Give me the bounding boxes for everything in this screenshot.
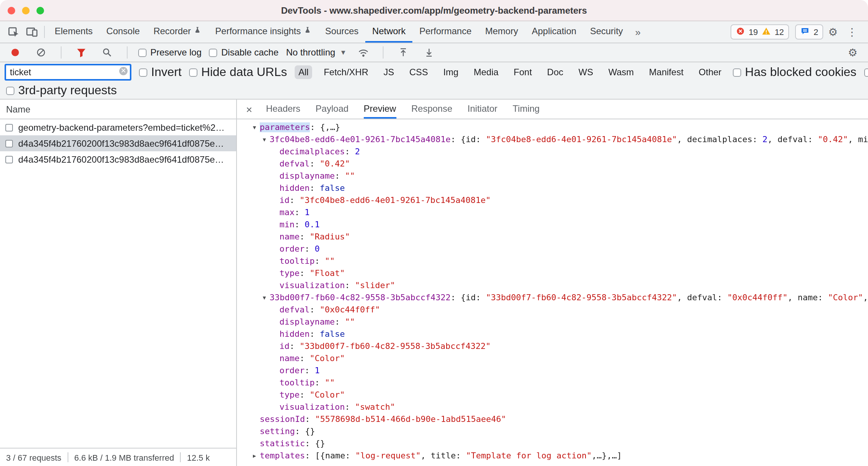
tree-row[interactable]: ▼33bd00f7-fb60-4c82-9558-3b5abccf4322: {… [237, 292, 868, 304]
tab-recorder[interactable]: Recorder [147, 21, 208, 43]
filter-chip-media[interactable]: Media [470, 65, 502, 79]
device-toolbar-icon[interactable] [23, 21, 41, 43]
console-errors-warnings-badge[interactable]: 19 12 [731, 24, 789, 40]
tab-memory[interactable]: Memory [478, 21, 525, 43]
search-icon[interactable] [98, 47, 116, 58]
checkbox[interactable] [189, 68, 197, 76]
network-settings-gear-icon[interactable]: ⚙ [843, 46, 862, 59]
tree-row[interactable]: hidden: false [237, 182, 868, 195]
checkbox[interactable] [864, 68, 868, 76]
detail-tab-preview[interactable]: Preview [364, 100, 396, 119]
clear-input-icon[interactable]: ✕ [119, 67, 128, 75]
throttling-select[interactable]: No throttling ▼ [286, 47, 347, 58]
detail-tab-initiator[interactable]: Initiator [467, 100, 497, 119]
tree-row[interactable]: defval: "0x0c44f0ff" [237, 304, 868, 316]
tab-application[interactable]: Application [525, 21, 583, 43]
disable-cache-checkbox[interactable]: Disable cache [209, 47, 279, 58]
tree-row[interactable]: id: "33bd00f7-fb60-4c82-9558-3b5abccf432… [237, 341, 868, 353]
tree-row[interactable]: name: "Color" [237, 353, 868, 365]
clear-icon[interactable] [32, 47, 50, 58]
checkbox[interactable] [139, 68, 147, 76]
tree-row[interactable]: defval: "0.42" [237, 158, 868, 170]
issues-badge[interactable]: 2 [795, 24, 824, 40]
filter-chip-css[interactable]: CSS [406, 65, 432, 79]
tree-row[interactable]: ▼parameters: {,…} [237, 122, 868, 134]
tab-performance[interactable]: Performance [412, 21, 478, 43]
tree-row[interactable]: visualization: "slider" [237, 280, 868, 292]
filter-chip-img[interactable]: Img [439, 65, 462, 79]
table-row[interactable]: d4a345f4b21760200f13c983d8aec9f641df0875… [0, 135, 236, 151]
tree-row[interactable]: setting: {} [237, 426, 868, 438]
detail-tab-headers[interactable]: Headers [266, 100, 300, 119]
filter-chip-manifest[interactable]: Manifest [645, 65, 687, 79]
tab-console[interactable]: Console [99, 21, 147, 43]
filter-chip-other[interactable]: Other [695, 65, 725, 79]
tree-row[interactable]: id: "3fc04be8-edd6-4e01-9261-7bc145a4081… [237, 195, 868, 207]
preserve-log-checkbox[interactable]: Preserve log [138, 47, 202, 58]
has-blocked-cookies-checkbox[interactable]: Has blocked cookies [733, 65, 857, 79]
tab-performance-insights[interactable]: Performance insights [208, 21, 318, 43]
filter-chip-js[interactable]: JS [380, 65, 398, 79]
checkbox[interactable] [209, 48, 218, 57]
table-row[interactable]: geometry-backend-parameters?embed=ticket… [0, 119, 236, 135]
tree-row[interactable]: tooltip: "" [237, 255, 868, 268]
inspect-icon[interactable] [5, 21, 23, 43]
filter-chip-fetch-xhr[interactable]: Fetch/XHR [320, 65, 372, 79]
filter-chip-ws[interactable]: WS [575, 65, 597, 79]
name-column-header[interactable]: Name [0, 100, 236, 119]
tree-row[interactable]: displayname: "" [237, 170, 868, 182]
expanded-arrow-icon[interactable]: ▼ [263, 134, 270, 146]
window-zoom-button[interactable] [36, 7, 44, 14]
filter-input[interactable] [5, 64, 131, 81]
checkbox[interactable] [6, 86, 14, 95]
more-tabs-chevron[interactable]: » [630, 21, 646, 43]
filter-funnel-icon[interactable] [72, 47, 90, 58]
settings-gear-icon[interactable]: ⚙ [824, 26, 842, 38]
invert-checkbox[interactable]: Invert [139, 65, 181, 79]
blocked-requests-checkbox[interactable]: Blocked Requests [864, 65, 868, 79]
tree-row[interactable]: decimalplaces: 2 [237, 146, 868, 158]
tree-row[interactable]: sessionId: "5578698d-b514-466d-b90e-1abd… [237, 414, 868, 426]
expanded-arrow-icon[interactable]: ▼ [253, 122, 260, 134]
tree-row[interactable]: type: "Color" [237, 389, 868, 401]
tree-row[interactable]: ▼3fc04be8-edd6-4e01-9261-7bc145a4081e: {… [237, 134, 868, 146]
filter-chip-doc[interactable]: Doc [543, 65, 567, 79]
tab-sources[interactable]: Sources [318, 21, 365, 43]
export-har-icon[interactable] [420, 47, 439, 58]
tree-row[interactable]: name: "Radius" [237, 231, 868, 243]
tree-row[interactable]: max: 1 [237, 207, 868, 219]
record-icon[interactable] [6, 47, 24, 58]
filter-chip-all[interactable]: All [295, 65, 312, 79]
filter-chip-wasm[interactable]: Wasm [604, 65, 638, 79]
tree-row[interactable]: order: 1 [237, 365, 868, 377]
close-icon[interactable]: × [246, 100, 252, 119]
tree-row[interactable]: type: "Float" [237, 268, 868, 280]
detail-tab-response[interactable]: Response [411, 100, 452, 119]
checkbox[interactable] [138, 48, 147, 57]
detail-tab-payload[interactable]: Payload [316, 100, 349, 119]
tree-row[interactable]: order: 0 [237, 243, 868, 255]
tree-row[interactable]: ▶templates: [{name: "log-request", title… [237, 450, 868, 462]
tree-row[interactable]: displayname: "" [237, 316, 868, 328]
tree-row[interactable]: statistic: {} [237, 438, 868, 450]
tab-security[interactable]: Security [583, 21, 630, 43]
expanded-arrow-icon[interactable]: ▼ [263, 292, 270, 304]
detail-tab-timing[interactable]: Timing [513, 100, 540, 119]
hide-data-urls-checkbox[interactable]: Hide data URLs [189, 65, 287, 79]
import-har-icon[interactable] [395, 47, 413, 58]
tree-row[interactable]: tooltip: "" [237, 377, 868, 389]
third-party-requests-checkbox[interactable]: 3rd-party requests [6, 84, 117, 97]
tab-network[interactable]: Network [365, 21, 412, 43]
window-close-button[interactable] [8, 7, 15, 14]
collapsed-arrow-icon[interactable]: ▶ [253, 450, 260, 462]
network-conditions-icon[interactable] [354, 47, 372, 58]
tree-row[interactable]: visualization: "swatch" [237, 401, 868, 414]
tree-row[interactable]: min: 0.1 [237, 219, 868, 231]
kebab-menu-icon[interactable]: ⋮ [842, 26, 862, 38]
filter-chip-font[interactable]: Font [510, 65, 536, 79]
tree-row[interactable]: hidden: false [237, 328, 868, 341]
tab-elements[interactable]: Elements [48, 21, 99, 43]
window-minimize-button[interactable] [22, 7, 30, 14]
table-row[interactable]: d4a345f4b21760200f13c983d8aec9f641df0875… [0, 151, 236, 167]
checkbox[interactable] [733, 68, 741, 76]
